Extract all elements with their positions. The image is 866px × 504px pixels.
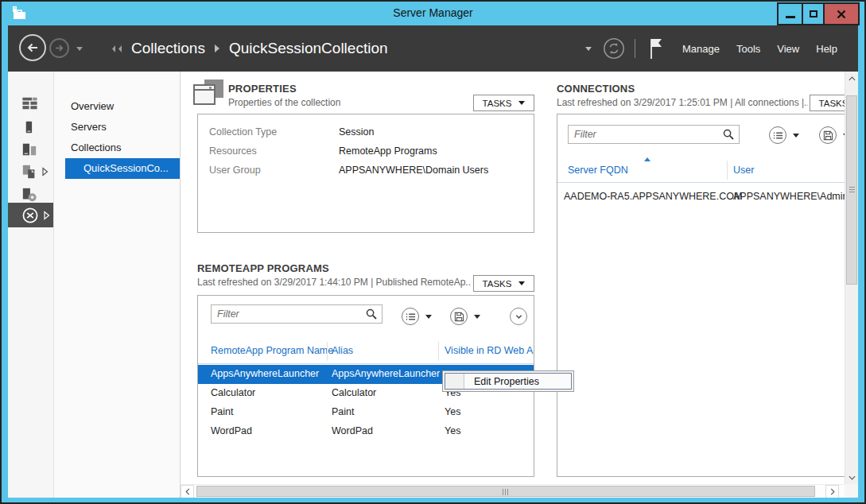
- sidebar-file-storage-icon[interactable]: [8, 161, 53, 183]
- properties-tasks-label: TASKS: [483, 99, 512, 108]
- header-underline: [557, 182, 858, 183]
- window-controls: [777, 2, 860, 25]
- horizontal-scrollbar-thumb[interactable]: [196, 486, 815, 497]
- table-row-connection[interactable]: AADEMO-RA5.APPSANYWHERE.COM APPSANYWHERE…: [557, 188, 858, 207]
- property-label: Resources: [209, 145, 339, 157]
- titlebar[interactable]: Server Manager: [2, 2, 864, 25]
- expand-arrow-icon: [42, 167, 49, 176]
- iis-server-icon: [21, 187, 37, 203]
- maximize-button[interactable]: [802, 4, 823, 24]
- list-options-icon: [773, 130, 783, 141]
- cell-alias: Paint: [332, 406, 355, 417]
- flag-icon: [647, 37, 666, 60]
- table-row-paint[interactable]: Paint Paint Yes: [198, 403, 534, 422]
- context-menu: Edit Properties: [442, 370, 574, 392]
- scroll-down-button[interactable]: [845, 471, 858, 484]
- scroll-right-button[interactable]: [825, 485, 839, 498]
- scroll-up-button[interactable]: [845, 72, 858, 85]
- back-arrow-icon: [25, 40, 41, 56]
- cell-visible: Yes: [445, 406, 460, 417]
- close-icon: [837, 10, 846, 19]
- property-row: Collection Type Session: [209, 122, 522, 142]
- remoteapp-filter-input[interactable]: [211, 304, 383, 324]
- cell-alias: AppsAnywhereLauncher: [332, 368, 440, 379]
- view-options-caret[interactable]: [425, 315, 432, 319]
- remoteapp-tasks-button[interactable]: TASKS: [473, 275, 534, 292]
- remoteapp-collapse-button[interactable]: [510, 308, 527, 325]
- sidebar-rds-icon-selected[interactable]: [8, 203, 53, 227]
- view-options-caret[interactable]: [793, 134, 799, 138]
- chevron-up-icon: [849, 76, 856, 81]
- remoteapp-save-button[interactable]: [450, 308, 468, 325]
- column-divider[interactable]: [327, 342, 328, 361]
- local-server-icon: [21, 119, 36, 135]
- back-button[interactable]: [19, 34, 46, 61]
- properties-tasks-button[interactable]: TASKS: [473, 95, 534, 111]
- close-button[interactable]: [823, 4, 858, 24]
- menu-manage[interactable]: Manage: [682, 43, 720, 55]
- cell-visible: Yes: [445, 425, 460, 436]
- all-servers-icon: [21, 142, 37, 157]
- remoteapp-title: REMOTEAPP PROGRAMS: [197, 262, 329, 274]
- sidebar-item-collections[interactable]: Collections: [54, 138, 180, 158]
- sidebar-item-quicksessioncollection[interactable]: QuickSessionCo...: [65, 158, 180, 179]
- menu-view[interactable]: View: [777, 43, 799, 55]
- column-header-server-fqdn[interactable]: Server FQDN: [568, 165, 628, 176]
- sidebar-dashboard-icon[interactable]: [8, 92, 53, 114]
- sidebar-item-servers[interactable]: Servers: [54, 117, 180, 138]
- breadcrumb-collection-name[interactable]: QuickSessionCollection: [229, 40, 388, 57]
- save-options-caret[interactable]: [474, 315, 480, 319]
- cell-name: WordPad: [211, 425, 252, 436]
- chevron-right-icon: [830, 488, 835, 495]
- remoteapp-view-options-button[interactable]: [402, 308, 419, 325]
- connections-filter: [568, 125, 740, 144]
- menu-help[interactable]: Help: [816, 43, 837, 55]
- column-header-alias[interactable]: Alias: [332, 345, 353, 356]
- navigation-bar: Collections QuickSessionCollection: [8, 25, 858, 72]
- app-area: Collections QuickSessionCollection: [8, 25, 858, 498]
- column-header-remoteapp-name[interactable]: RemoteApp Program Name: [211, 345, 333, 356]
- sidebar-item-overview[interactable]: Overview: [54, 96, 180, 117]
- breadcrumb-collections[interactable]: Collections: [131, 40, 205, 57]
- vertical-scrollbar-thumb[interactable]: [846, 95, 857, 285]
- sidebar-icon-rail: [8, 72, 54, 498]
- connections-tasks-label: TASKS: [819, 99, 849, 108]
- chevron-down-icon: [849, 475, 856, 480]
- window-title: Server Manager: [393, 6, 472, 19]
- column-divider[interactable]: [438, 342, 439, 361]
- context-menu-item-edit-properties[interactable]: Edit Properties: [464, 374, 539, 389]
- cell-server-fqdn: AADEMO-RA5.APPSANYWHERE.COM: [564, 191, 742, 202]
- column-divider[interactable]: [727, 161, 728, 180]
- chevron-left-icon: [185, 488, 190, 495]
- main-panel: PROPERTIES Properties of the collection …: [181, 72, 858, 498]
- connections-view-options-button[interactable]: [769, 126, 786, 144]
- breadcrumb-separator-icon: [215, 45, 219, 52]
- sidebar-local-server-icon[interactable]: [8, 116, 53, 138]
- remote-desktop-services-icon: [21, 207, 39, 224]
- server-manager-app-icon: [10, 5, 28, 22]
- history-dropdown-caret[interactable]: [76, 47, 83, 51]
- sort-ascending-icon: [644, 157, 650, 161]
- sidebar-all-servers-icon[interactable]: [8, 138, 53, 161]
- connections-save-button[interactable]: [819, 126, 837, 144]
- table-row-wordpad[interactable]: WordPad WordPad Yes: [198, 422, 534, 441]
- properties-box: Collection Type Session Resources Remote…: [197, 114, 534, 233]
- navbar-right-group: Manage Tools View Help: [585, 25, 837, 72]
- properties-subtitle: Properties of the collection: [228, 97, 340, 108]
- breadcrumb-collapse-icon[interactable]: [110, 44, 123, 54]
- refresh-dropdown-caret[interactable]: [585, 47, 592, 51]
- connections-filter-input[interactable]: [568, 125, 740, 144]
- menu-tools[interactable]: Tools: [736, 43, 760, 55]
- scroll-left-button[interactable]: [181, 485, 194, 498]
- forward-button[interactable]: [49, 38, 69, 58]
- context-menu-inner: Edit Properties: [445, 373, 572, 390]
- horizontal-scrollbar[interactable]: [181, 484, 845, 498]
- column-header-visible[interactable]: Visible in RD Web Acc: [445, 345, 534, 356]
- refresh-button[interactable]: [603, 37, 625, 60]
- vertical-scrollbar[interactable]: [845, 72, 858, 484]
- column-header-user[interactable]: User: [733, 165, 754, 176]
- minimize-icon: [786, 16, 795, 18]
- notifications-flag-button[interactable]: [647, 37, 666, 60]
- minimize-button[interactable]: [779, 4, 802, 24]
- property-value: Session: [339, 126, 374, 138]
